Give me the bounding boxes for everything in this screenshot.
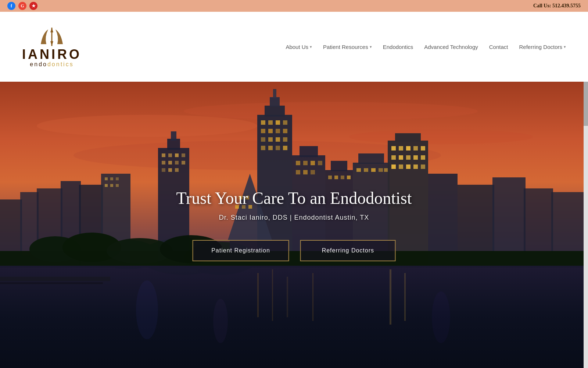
svg-point-122 <box>136 280 158 339</box>
patient-resources-chevron: ▾ <box>370 45 372 49</box>
nav-referring-doctors[interactable]: Referring Doctors ▾ <box>519 44 566 50</box>
svg-rect-69 <box>318 161 322 165</box>
svg-marker-1 <box>50 28 53 32</box>
nav-advanced-technology[interactable]: Advanced Technology <box>424 44 478 50</box>
svg-rect-22 <box>116 184 119 187</box>
hero-content: Trust Your Care To an Endodontist Dr. St… <box>176 188 412 261</box>
svg-rect-80 <box>358 153 384 164</box>
svg-rect-66 <box>296 161 300 165</box>
svg-rect-88 <box>391 146 396 151</box>
svg-rect-81 <box>356 168 361 172</box>
svg-rect-31 <box>168 161 172 164</box>
svg-rect-35 <box>168 168 172 172</box>
svg-point-4 <box>37 115 257 137</box>
nav-contact[interactable]: Contact <box>489 44 508 50</box>
svg-rect-71 <box>303 170 308 174</box>
svg-rect-49 <box>261 137 265 142</box>
svg-rect-68 <box>311 161 315 165</box>
svg-rect-56 <box>283 146 287 150</box>
hero-buttons: Patient Registration Referring Doctors <box>176 240 412 261</box>
svg-rect-102 <box>421 164 425 169</box>
svg-rect-44 <box>283 120 287 125</box>
svg-rect-40 <box>273 89 276 98</box>
svg-rect-47 <box>276 129 280 133</box>
svg-rect-32 <box>175 161 179 164</box>
scrollbar[interactable] <box>584 82 588 368</box>
svg-rect-87 <box>395 133 421 141</box>
svg-rect-42 <box>268 120 273 125</box>
logo-sub-end: dontics <box>47 61 74 67</box>
svg-point-6 <box>349 130 533 144</box>
nav-endodontics[interactable]: Endodontics <box>383 44 413 50</box>
logo-name: IANIRO <box>22 48 82 61</box>
svg-rect-93 <box>391 155 396 160</box>
svg-rect-98 <box>391 164 396 169</box>
svg-rect-95 <box>406 155 410 160</box>
svg-rect-19 <box>116 177 119 180</box>
svg-rect-28 <box>175 153 179 157</box>
svg-rect-90 <box>406 146 410 151</box>
top-bar: f G ★ Call Us: 512.439.5755 <box>0 0 588 12</box>
google-icon[interactable]: G <box>18 2 26 10</box>
svg-rect-21 <box>110 184 113 187</box>
referring-doctors-button[interactable]: Referring Doctors <box>300 240 396 261</box>
svg-rect-17 <box>105 177 108 180</box>
logo-sub-start: endo <box>30 61 47 67</box>
hero-subtitle: Dr. Staci Ianiro, DDS | Endodontist Aust… <box>176 214 412 222</box>
svg-rect-33 <box>182 161 185 164</box>
svg-rect-53 <box>261 146 265 150</box>
svg-rect-75 <box>328 176 332 179</box>
svg-rect-29 <box>182 153 185 157</box>
svg-rect-27 <box>168 153 172 157</box>
nav-patient-resources[interactable]: Patient Resources ▾ <box>323 44 372 50</box>
nav-about-us[interactable]: About Us ▾ <box>286 44 312 50</box>
svg-rect-25 <box>171 131 176 141</box>
svg-rect-120 <box>0 277 110 281</box>
svg-rect-52 <box>283 137 287 142</box>
svg-rect-34 <box>162 168 165 172</box>
svg-rect-74 <box>331 161 347 171</box>
svg-rect-26 <box>162 153 165 157</box>
svg-rect-116 <box>287 277 288 317</box>
svg-point-124 <box>432 291 450 343</box>
svg-rect-72 <box>311 170 315 174</box>
svg-rect-89 <box>399 146 403 151</box>
scrollbar-thumb[interactable] <box>584 82 588 126</box>
svg-marker-2 <box>50 41 53 46</box>
svg-rect-94 <box>399 155 403 160</box>
svg-rect-121 <box>0 282 103 284</box>
svg-rect-50 <box>268 137 273 142</box>
svg-rect-67 <box>303 161 308 165</box>
svg-rect-43 <box>276 120 280 125</box>
svg-rect-117 <box>312 273 313 321</box>
svg-rect-100 <box>406 164 410 169</box>
svg-rect-115 <box>272 269 273 321</box>
svg-rect-54 <box>268 146 273 150</box>
svg-rect-77 <box>341 176 344 179</box>
svg-rect-30 <box>162 161 165 164</box>
svg-rect-38 <box>265 106 285 117</box>
svg-rect-83 <box>371 168 376 172</box>
yelp-icon[interactable]: ★ <box>29 2 37 10</box>
svg-rect-84 <box>379 168 383 172</box>
logo-symbol-area <box>37 26 67 48</box>
logo[interactable]: IANIRO endodontics <box>22 26 82 68</box>
main-nav: About Us ▾ Patient Resources ▾ Endodonti… <box>286 44 566 50</box>
svg-rect-51 <box>276 137 280 142</box>
svg-rect-101 <box>413 164 418 169</box>
svg-rect-70 <box>296 170 300 174</box>
svg-rect-45 <box>261 129 265 133</box>
hero-title: Trust Your Care To an Endodontist <box>176 188 412 208</box>
patient-registration-button[interactable]: Patient Registration <box>192 240 289 261</box>
header: IANIRO endodontics About Us ▾ Patient Re… <box>0 12 588 82</box>
svg-rect-20 <box>105 184 108 187</box>
svg-rect-39 <box>270 97 280 106</box>
svg-rect-92 <box>421 146 425 151</box>
svg-rect-99 <box>399 164 403 169</box>
svg-rect-91 <box>413 146 418 151</box>
social-icons: f G ★ <box>7 2 37 10</box>
svg-rect-36 <box>175 168 179 172</box>
svg-rect-55 <box>276 146 280 150</box>
svg-rect-65 <box>300 146 318 157</box>
facebook-icon[interactable]: f <box>7 2 15 10</box>
